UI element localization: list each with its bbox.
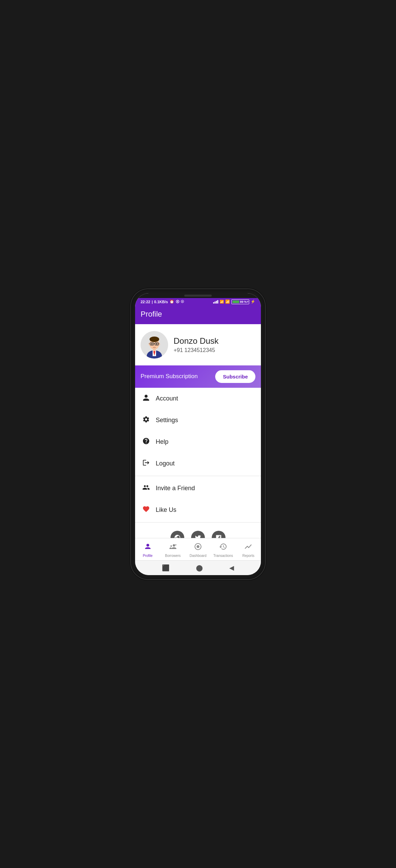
subscription-text: Premium Subscription	[141, 373, 198, 380]
menu-divider-1	[135, 476, 261, 476]
status-right: 📶 📶 89 % ⚡	[213, 299, 255, 304]
battery-fill	[232, 300, 239, 303]
menu-item-logout[interactable]: Logout	[135, 453, 261, 474]
bottom-nav: Profile Borrowers Dashboard	[135, 538, 261, 560]
wifi-icon: 📶	[225, 299, 230, 304]
menu-item-account[interactable]: Account	[135, 388, 261, 409]
time-display: 22:22	[141, 300, 150, 304]
nav-reports-icon	[244, 542, 252, 553]
header-bar: Profile	[135, 306, 261, 324]
nav-borrowers-label: Borrowers	[165, 554, 181, 558]
status-left: 22:22 | 0.1KB/s ⏰ ⦿ ⦾	[141, 299, 184, 304]
menu-section: Account Settings Help	[135, 388, 261, 538]
signal-bars	[213, 300, 218, 304]
signal-bar-2	[214, 301, 216, 304]
avatar-svg	[141, 331, 168, 359]
person-icon	[142, 394, 150, 403]
logout-label: Logout	[156, 460, 175, 467]
menu-item-settings[interactable]: Settings	[135, 409, 261, 431]
signal-icon-2: 📶	[220, 300, 224, 304]
vpn-icon: ⦿	[176, 300, 179, 304]
battery-indicator: 89 %	[231, 299, 249, 304]
twitter-icon[interactable]	[191, 531, 205, 538]
alarm-icon: ⏰	[169, 299, 174, 304]
scroll-area[interactable]: Donzo Dusk +91 1234512345 Premium Subscr…	[135, 324, 261, 538]
page-title: Profile	[141, 310, 162, 318]
profile-phone: +91 1234512345	[174, 347, 219, 353]
network-speed: 0.1KB/s	[154, 300, 168, 304]
heart-icon	[142, 505, 150, 515]
nav-dashboard-icon	[194, 542, 202, 553]
invite-label: Invite a Friend	[156, 485, 195, 492]
likeus-label: Like Us	[156, 506, 176, 514]
account-label: Account	[156, 395, 178, 402]
nav-reports-label: Reports	[242, 554, 254, 558]
subscribe-button[interactable]: Subscribe	[215, 370, 255, 383]
nav-item-borrowers[interactable]: Borrowers	[160, 541, 185, 559]
profile-name: Donzo Dusk	[174, 336, 219, 346]
menu-divider-2	[135, 522, 261, 523]
svg-point-22	[198, 546, 198, 547]
svg-point-6	[150, 337, 159, 342]
help-label: Help	[156, 438, 168, 446]
nav-item-profile[interactable]: Profile	[135, 541, 160, 559]
svg-point-17	[146, 544, 149, 547]
profile-section: Donzo Dusk +91 1234512345	[135, 324, 261, 365]
nav-dashboard-label: Dashboard	[190, 554, 207, 558]
nav-profile-label: Profile	[143, 554, 152, 558]
logout-icon	[142, 459, 150, 468]
phone-frame: 22:22 | 0.1KB/s ⏰ ⦿ ⦾ 📶 📶 89	[131, 289, 265, 579]
phone-screen: 22:22 | 0.1KB/s ⏰ ⦿ ⦾ 📶 📶 89	[135, 293, 261, 575]
battery-percent: 89	[240, 300, 243, 304]
social-section: With ❤️ by LarvaeSoft © 2021 LarvaeSoft.…	[135, 524, 261, 538]
notch-bar	[135, 293, 261, 298]
nav-item-reports[interactable]: Reports	[236, 541, 261, 559]
svg-point-15	[156, 343, 157, 344]
nav-profile-icon	[144, 542, 152, 553]
group-icon	[142, 484, 150, 493]
status-bar: 22:22 | 0.1KB/s ⏰ ⦿ ⦾ 📶 📶 89	[135, 298, 261, 306]
subscription-banner: Premium Subscription Subscribe	[135, 365, 261, 388]
android-circle-btn[interactable]: ⬤	[196, 564, 203, 572]
nav-item-dashboard[interactable]: Dashboard	[185, 541, 210, 559]
avatar-container	[141, 331, 168, 359]
svg-point-16	[154, 345, 155, 346]
facebook-icon[interactable]	[212, 531, 226, 538]
nav-borrowers-icon	[169, 542, 177, 553]
android-nav-bar: ⬛ ⬤ ◀	[135, 560, 261, 575]
signal-bar-1	[213, 302, 214, 304]
notch	[184, 295, 212, 297]
charging-icon: ⚡	[251, 299, 255, 304]
menu-item-help[interactable]: Help	[135, 431, 261, 453]
nav-transactions-icon	[219, 542, 227, 553]
speed-display: |	[152, 300, 153, 304]
gear-icon	[142, 416, 150, 425]
android-square-btn[interactable]: ⬛	[162, 564, 169, 572]
menu-item-likeus[interactable]: Like Us	[135, 499, 261, 521]
shield-icon: ⦾	[181, 299, 184, 304]
signal-bar-3	[216, 301, 217, 304]
nav-item-transactions[interactable]: Transactions	[211, 541, 236, 559]
settings-label: Settings	[156, 417, 178, 424]
help-icon	[142, 437, 150, 447]
battery-tip	[248, 301, 248, 303]
profile-info: Donzo Dusk +91 1234512345	[174, 336, 219, 353]
android-back-btn[interactable]: ◀	[229, 564, 234, 572]
signal-bar-4	[217, 300, 218, 304]
nav-transactions-label: Transactions	[213, 554, 233, 558]
website-icon[interactable]	[170, 531, 184, 538]
social-icons-row	[141, 531, 255, 538]
menu-item-invite[interactable]: Invite a Friend	[135, 477, 261, 499]
svg-point-14	[151, 343, 153, 344]
